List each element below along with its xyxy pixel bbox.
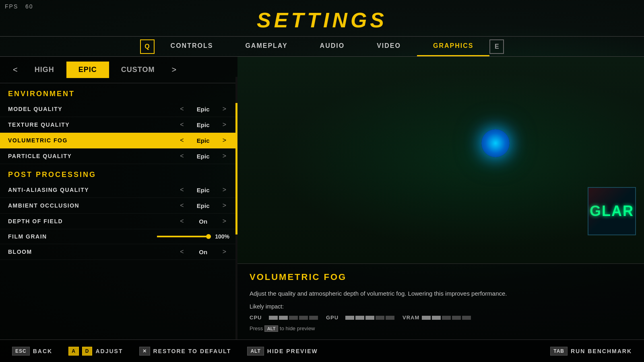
gpu-seg-3 [365,316,374,320]
impact-bars: CPU GPU [250,315,632,321]
vram-seg-1 [422,316,431,320]
bottom-benchmark: TAB RUN BENCHMARK [550,347,632,356]
label-benchmark: RUN BENCHMARK [571,348,632,354]
detail-description: Adjust the quality and atmospheric depth… [250,289,632,298]
impact-vram: VRAM [402,315,471,321]
setting-right-arrow-bloom[interactable]: > [219,248,229,255]
preview-area: GLAR [237,57,644,263]
tab-audio[interactable]: AUDIO [304,37,361,56]
nav-key-left[interactable]: Q [140,39,155,54]
setting-name-film-grain: FILM GRAIN [8,233,157,240]
key-alt: ALT [247,347,264,356]
setting-right-arrow-model[interactable]: > [219,105,229,113]
gpu-bar-track [345,316,394,320]
key-esc: ESC [12,347,30,356]
setting-right-arrow-aa[interactable]: > [219,186,229,193]
bottom-back: ESC BACK [12,347,52,356]
setting-depth-of-field[interactable]: DEPTH OF FIELD < On > [0,214,237,229]
vram-label: VRAM [402,315,419,321]
press-text: Press [250,325,263,331]
setting-name-model-quality: MODEL QUALITY [8,106,177,112]
bottom-bar: ESC BACK A D ADJUST ✕ RESTORE TO DEFAULT… [0,339,644,362]
preset-custom[interactable]: Custom [109,62,167,78]
fps-value: 60 [25,3,33,10]
setting-value-texture-quality: Epic [187,121,219,128]
setting-name-particle-quality: PARTICLE QUALITY [8,153,177,159]
tab-controls[interactable]: CONTROLS [155,37,229,56]
slider-thumb[interactable] [206,234,211,239]
setting-ambient-occlusion[interactable]: AMBIENT OCCLUSION < Epic > [0,198,237,214]
gpu-seg-1 [345,316,354,320]
preset-epic[interactable]: Epic [66,62,109,78]
setting-left-arrow-aa[interactable]: < [177,186,187,193]
setting-name-volumetric-fog: VOLUMETRIC FOG [8,137,177,144]
bottom-hide-preview: ALT HIDE PREVIEW [247,347,318,356]
setting-left-arrow-bloom[interactable]: < [177,248,187,255]
alt-key-badge: ALT [264,325,279,332]
setting-left-arrow-texture[interactable]: < [177,121,187,128]
setting-name-ambient-occlusion: AMBIENT OCCLUSION [8,202,177,209]
info-panel: VOLUMETRIC FOG Adjust the quality and at… [237,263,644,339]
setting-name-depth-of-field: DEPTH OF FIELD [8,218,177,224]
setting-right-arrow-fog[interactable]: > [219,137,229,144]
right-panel: GLAR VOLUMETRIC FOG Adjust the quality a… [237,57,644,339]
setting-left-arrow-ao[interactable]: < [177,202,187,209]
setting-film-grain[interactable]: FILM GRAIN 100% [0,229,237,244]
setting-left-arrow-fog[interactable]: < [177,137,187,144]
key-d: D [82,347,93,356]
setting-left-arrow-dof[interactable]: < [177,218,187,225]
setting-right-arrow-particle[interactable]: > [219,152,229,160]
setting-volumetric-fog[interactable]: VOLUMETRIC FOG < Epic > [0,133,237,148]
setting-bloom[interactable]: BLOOM < On > [0,244,237,260]
tab-video[interactable]: VIDEO [361,37,417,56]
setting-right-arrow-ao[interactable]: > [219,202,229,209]
setting-texture-quality[interactable]: TEXTURE QUALITY < Epic > [0,117,237,133]
gpu-seg-5 [386,316,394,320]
setting-model-quality[interactable]: MODEL QUALITY < Epic > [0,101,237,117]
setting-right-arrow-texture[interactable]: > [219,121,229,128]
section-title-post-processing: POST PROCESSING [0,164,237,182]
preview-orb [481,129,510,157]
label-adjust: ADJUST [95,348,123,354]
setting-left-arrow-particle[interactable]: < [177,152,187,160]
nav-key-right[interactable]: E [489,39,504,54]
setting-value-model-quality: Epic [187,106,219,113]
page-title: SETTINGS [0,8,644,32]
cpu-label: CPU [250,315,266,321]
tab-graphics[interactable]: GRAPHICS [417,37,489,56]
setting-particle-quality[interactable]: PARTICLE QUALITY < Epic > [0,148,237,164]
slider-track [157,236,211,237]
setting-right-arrow-dof[interactable]: > [219,218,229,225]
detail-impact-label: Likely impact: [250,303,632,310]
cpu-seg-5 [309,316,318,320]
impact-gpu: GPU [326,315,394,321]
preset-prev-arrow[interactable]: < [8,64,23,76]
vram-seg-5 [462,316,471,320]
setting-left-arrow-model[interactable]: < [177,105,187,113]
label-hide-preview: HIDE PREVIEW [267,348,318,354]
key-a: A [68,347,79,356]
setting-value-anti-aliasing: Epic [187,187,219,193]
bottom-restore: ✕ RESTORE TO DEFAULT [139,347,231,356]
key-cross: ✕ [139,347,150,356]
film-grain-value: 100% [215,233,229,240]
preset-next-arrow[interactable]: > [167,64,181,76]
cpu-seg-4 [299,316,308,320]
gpu-seg-4 [376,316,384,320]
setting-value-bloom: On [187,249,219,255]
setting-anti-aliasing[interactable]: ANTI-ALIASING QUALITY < Epic > [0,182,237,198]
nav-tabs: Q CONTROLS GAMEPLAY AUDIO VIDEO GRAPHICS… [0,36,644,57]
preset-bar: < High Epic Custom > [0,57,237,83]
vram-bar-track [422,316,471,320]
detail-title: VOLUMETRIC FOG [250,272,632,282]
tab-gameplay[interactable]: GAMEPLAY [229,37,303,56]
glar-widget: GLAR [588,187,636,235]
setting-name-bloom: BLOOM [8,249,177,255]
key-tab: TAB [550,347,568,356]
preset-high[interactable]: High [23,62,66,78]
film-grain-slider[interactable]: 100% [157,233,229,240]
glar-overlay [588,188,635,234]
gpu-label: GPU [326,315,342,321]
setting-name-anti-aliasing: ANTI-ALIASING QUALITY [8,187,177,193]
setting-value-depth-of-field: On [187,218,219,225]
